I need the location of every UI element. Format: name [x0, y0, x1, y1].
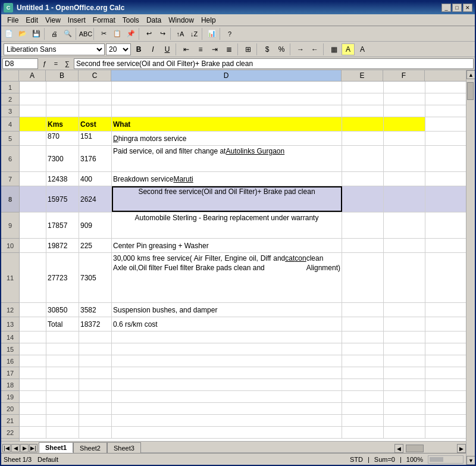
print-button[interactable]: 🖨	[48, 27, 61, 40]
v-scroll-down-button[interactable]: ▼	[466, 456, 475, 465]
increase-indent-button[interactable]: →	[294, 43, 307, 55]
cell-f20[interactable]	[384, 403, 425, 414]
cell-d5[interactable]: Dhingra motors service	[112, 132, 342, 145]
cell-e10[interactable]	[342, 239, 384, 252]
cell-b19[interactable]	[46, 391, 79, 402]
font-color-button[interactable]: A	[356, 43, 369, 55]
cell-e9[interactable]	[342, 212, 384, 238]
cell-c6[interactable]: 3176	[79, 146, 112, 171]
currency-button[interactable]: $	[261, 43, 274, 55]
cell-f19[interactable]	[384, 391, 425, 402]
cell-e2[interactable]	[342, 93, 384, 105]
cell-c1[interactable]	[79, 82, 112, 93]
cell-a5[interactable]	[20, 132, 46, 145]
chart-button[interactable]: 📊	[205, 27, 218, 40]
sheet-tab-1[interactable]: Sheet1	[39, 442, 73, 453]
cell-c2[interactable]	[79, 93, 112, 105]
formula-input[interactable]	[74, 58, 474, 69]
cell-f12[interactable]	[384, 303, 425, 317]
cell-f13[interactable]	[384, 317, 425, 331]
function-wizard-button[interactable]: ƒ	[39, 58, 50, 69]
formula-equals-button[interactable]: ∑	[62, 58, 73, 69]
cell-b4[interactable]: Kms	[46, 117, 79, 131]
cell-e3[interactable]	[342, 105, 384, 117]
cell-e7[interactable]	[342, 172, 384, 186]
row-num-12[interactable]: 12	[1, 303, 19, 317]
cell-d8[interactable]: Second free service(Oil and Oil Filter)+…	[112, 186, 342, 212]
bg-color-button[interactable]: A	[342, 43, 355, 55]
cell-f4[interactable]	[384, 117, 425, 131]
col-header-c[interactable]: C	[79, 70, 111, 81]
cell-e18[interactable]	[342, 379, 384, 390]
cell-c20[interactable]	[79, 403, 112, 414]
menu-help[interactable]: Help	[198, 15, 220, 25]
align-center-button[interactable]: ≡	[194, 43, 207, 55]
cell-f7[interactable]	[384, 172, 425, 186]
cell-d15[interactable]	[112, 343, 342, 355]
spell-button[interactable]: ABC	[79, 27, 92, 40]
cell-d11[interactable]: 30,000 kms free service( Air Filter, Eng…	[112, 253, 342, 302]
cell-f17[interactable]	[384, 367, 425, 379]
cell-e16[interactable]	[342, 355, 384, 367]
cell-b13[interactable]: Total	[46, 317, 79, 331]
cell-c3[interactable]	[79, 105, 112, 117]
cell-e11[interactable]	[342, 253, 384, 302]
row-num-3[interactable]: 3	[1, 105, 19, 117]
cell-b6[interactable]: 7300	[46, 146, 79, 171]
print-preview-button[interactable]: 🔍	[61, 27, 74, 40]
row-num-7[interactable]: 7	[1, 172, 19, 186]
cell-c5[interactable]: 151	[79, 132, 112, 145]
cell-f2[interactable]	[384, 93, 425, 105]
cell-c13[interactable]: 18372	[79, 317, 112, 331]
col-header-d[interactable]: D	[111, 70, 342, 81]
cell-c21[interactable]	[79, 415, 112, 426]
row-num-14[interactable]: 14	[1, 331, 19, 343]
sort-asc-button[interactable]: ↑A	[174, 27, 187, 40]
cell-f14[interactable]	[384, 331, 425, 343]
cell-e4[interactable]	[342, 117, 384, 131]
cell-b2[interactable]	[46, 93, 79, 105]
col-header-e[interactable]: E	[342, 70, 383, 81]
align-right-button[interactable]: ⇥	[208, 43, 221, 55]
copy-button[interactable]: 📋	[111, 27, 124, 40]
cell-b18[interactable]	[46, 379, 79, 390]
row-num-19[interactable]: 19	[1, 391, 19, 403]
cell-e17[interactable]	[342, 367, 384, 379]
cell-e22[interactable]	[342, 427, 384, 438]
cell-f16[interactable]	[384, 355, 425, 367]
cell-a10[interactable]	[20, 239, 46, 252]
cell-e19[interactable]	[342, 391, 384, 402]
cell-b12[interactable]: 30850	[46, 303, 79, 317]
cell-a12[interactable]	[20, 303, 46, 317]
sheet-tab-2[interactable]: Sheet2	[73, 442, 107, 453]
cell-d10[interactable]: Center Pin greasing + Washer	[112, 239, 342, 252]
restore-button[interactable]: □	[452, 4, 462, 12]
cell-e5[interactable]	[342, 132, 384, 145]
sheet-tab-3[interactable]: Sheet3	[107, 442, 141, 453]
cell-b9[interactable]: 17857	[46, 212, 79, 238]
cell-f5[interactable]	[384, 132, 425, 145]
row-num-22[interactable]: 22	[1, 427, 19, 439]
cell-a13[interactable]	[20, 317, 46, 331]
cell-e12[interactable]	[342, 303, 384, 317]
menu-file[interactable]: File	[4, 15, 22, 25]
row-num-4[interactable]: 4	[1, 117, 19, 132]
cell-c9[interactable]: 909	[79, 212, 112, 238]
cell-d16[interactable]	[112, 355, 342, 367]
cell-a9[interactable]	[20, 212, 46, 238]
cell-b22[interactable]	[46, 427, 79, 438]
cell-d4[interactable]: What	[112, 117, 342, 131]
cell-a4[interactable]	[20, 117, 46, 131]
tab-prev-button[interactable]: ◀	[11, 444, 20, 452]
menu-tools[interactable]: Tools	[119, 15, 143, 25]
justify-button[interactable]: ≣	[223, 43, 236, 55]
cell-a8[interactable]	[20, 186, 46, 212]
cell-reference-box[interactable]: D8	[2, 58, 38, 69]
paste-button[interactable]: 📌	[124, 27, 137, 40]
col-header-b[interactable]: B	[46, 70, 79, 81]
cell-a22[interactable]	[20, 427, 46, 438]
cell-d22[interactable]	[112, 427, 342, 438]
cell-d13[interactable]: 0.6 rs/km cost	[112, 317, 342, 331]
row-num-10[interactable]: 10	[1, 239, 19, 253]
save-button[interactable]: 💾	[30, 27, 43, 40]
